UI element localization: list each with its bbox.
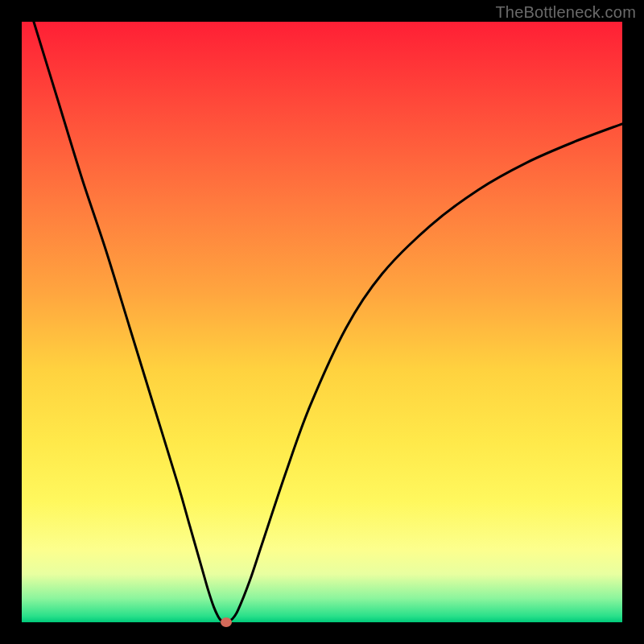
- curve-svg: [22, 22, 622, 622]
- watermark-text: TheBottleneck.com: [495, 3, 636, 22]
- curve-path: [34, 22, 622, 622]
- plot-area: [22, 22, 622, 622]
- chart-frame: TheBottleneck.com: [0, 0, 644, 644]
- minimum-marker: [221, 617, 232, 627]
